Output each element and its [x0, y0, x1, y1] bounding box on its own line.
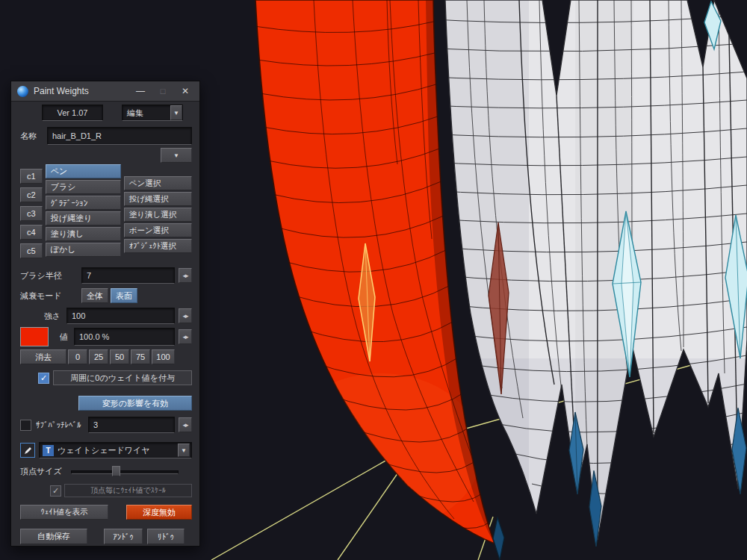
falloff-mode-label: 減衰モード	[20, 290, 81, 302]
tool-fill-button[interactable]: 塗り潰し	[46, 227, 121, 241]
show-weight-values-button[interactable]: ｳｪｲﾄ値を表示	[20, 505, 108, 520]
channel-c4-button[interactable]: c4	[20, 225, 43, 240]
object-name-input[interactable]: hair_B_D1_R	[47, 127, 192, 145]
slider-handle[interactable]	[112, 466, 120, 476]
slider-track[interactable]	[71, 470, 179, 474]
close-button[interactable]: ✕	[174, 84, 196, 99]
shade-mode-value: ウェイトシェードワイヤ	[58, 445, 150, 456]
tool-grid: c1 c2 c3 c4 c5 ペン ブラシ ｸﾞﾗﾃﾞｰｼｮﾝ 投げ縄塗り 塗り…	[20, 164, 192, 258]
select-bone-button[interactable]: ボーン選択	[124, 223, 192, 237]
subpatch-stepper[interactable]: ◂▸	[179, 417, 192, 432]
brush-radius-input[interactable]: 7	[81, 267, 175, 284]
preset-0-button[interactable]: 0	[68, 349, 87, 364]
maximize-button[interactable]: □	[152, 84, 174, 99]
shade-mode-dropdown[interactable]: T ウェイトシェードワイヤ ▼	[39, 442, 192, 458]
deform-influence-button[interactable]: 変形の影響を有効	[78, 396, 192, 411]
preset-50-button[interactable]: 50	[110, 349, 129, 364]
select-object-button[interactable]: ｵﾌﾞｼﾞｪｸﾄ選択	[124, 239, 192, 253]
channel-c3-button[interactable]: c3	[20, 206, 43, 221]
object-list-dropdown-button[interactable]: ▼	[161, 148, 192, 163]
panel-titlebar[interactable]: Paint Weights — □ ✕	[11, 81, 199, 102]
weight-value-stepper[interactable]: ◂▸	[179, 329, 192, 344]
panel-title: Paint Weights	[34, 86, 129, 96]
tool-brush-button[interactable]: ブラシ	[46, 180, 121, 194]
paint-mode-toggle[interactable]	[20, 443, 35, 458]
autosave-button[interactable]: 自動保存	[20, 529, 87, 544]
strength-input[interactable]: 100	[66, 308, 175, 324]
texture-icon: T	[43, 445, 54, 456]
brush-radius-label: ブラシ半径	[20, 270, 81, 281]
strength-stepper[interactable]: ◂▸	[179, 308, 192, 323]
vertex-size-slider[interactable]	[71, 466, 179, 476]
vertex-size-label: 頂点サイズ	[20, 466, 62, 477]
pen-icon	[23, 446, 33, 455]
value-label: 値	[53, 332, 68, 343]
weight-value-input[interactable]: 100.0 %	[74, 328, 175, 346]
redo-button[interactable]: ﾘﾄﾞｩ	[147, 529, 185, 544]
edit-menu-label: 編集	[127, 108, 143, 119]
subpatch-level-input[interactable]: 3	[88, 417, 175, 433]
select-fill-button[interactable]: 塗り潰し選択	[124, 208, 192, 222]
surround-zero-checkbox[interactable]: ✓	[38, 373, 49, 384]
preset-100-button[interactable]: 100	[152, 349, 175, 364]
erase-button[interactable]: 消去	[20, 349, 66, 364]
select-pen-button[interactable]: ペン選択	[124, 176, 192, 190]
tool-blur-button[interactable]: ぼかし	[46, 243, 121, 257]
vertex-scale-checkbox: ✓	[50, 485, 61, 497]
vertex-scale-label: 頂点毎にｳｪｲﾄ値でｽｹｰﾙ	[64, 484, 192, 497]
tool-gradation-button[interactable]: ｸﾞﾗﾃﾞｰｼｮﾝ	[46, 196, 121, 210]
preset-25-button[interactable]: 25	[89, 349, 108, 364]
chevron-down-icon[interactable]: ▼	[178, 444, 190, 457]
tool-pen-button[interactable]: ペン	[46, 164, 121, 178]
depth-disable-button[interactable]: 深度無効	[126, 505, 192, 520]
undo-button[interactable]: ｱﾝﾄﾞｩ	[104, 529, 143, 544]
channel-c5-button[interactable]: c5	[20, 243, 43, 258]
app-icon	[17, 86, 28, 97]
weight-color-swatch[interactable]	[20, 327, 49, 346]
brush-radius-stepper[interactable]: ◂▸	[179, 268, 192, 283]
falloff-all-button[interactable]: 全体	[81, 288, 108, 303]
preset-75-button[interactable]: 75	[131, 349, 150, 364]
channel-c1-button[interactable]: c1	[20, 169, 43, 184]
channel-c2-button[interactable]: c2	[20, 187, 43, 202]
chevron-down-icon[interactable]: ▼	[170, 105, 182, 120]
name-label: 名称	[20, 131, 43, 142]
surround-zero-label: 周囲に0のウェイト値を付与	[53, 370, 192, 385]
subpatch-checkbox[interactable]	[20, 420, 31, 431]
paint-weights-panel: Paint Weights — □ ✕ Ver 1.07 編集 ▼ 名称 hai…	[10, 81, 200, 547]
select-lasso-button[interactable]: 投げ縄選択	[124, 192, 192, 206]
version-display: Ver 1.07	[42, 105, 103, 121]
minimize-button[interactable]: —	[129, 84, 152, 99]
tool-lasso-paint-button[interactable]: 投げ縄塗り	[46, 211, 121, 225]
falloff-surface-button[interactable]: 表面	[111, 288, 137, 303]
strength-label: 強さ	[20, 311, 61, 322]
subpatch-label: ｻﾌﾞﾊﾟｯﾁﾚﾍﾞﾙ	[36, 420, 88, 429]
edit-menu-dropdown[interactable]: 編集 ▼	[122, 105, 183, 121]
